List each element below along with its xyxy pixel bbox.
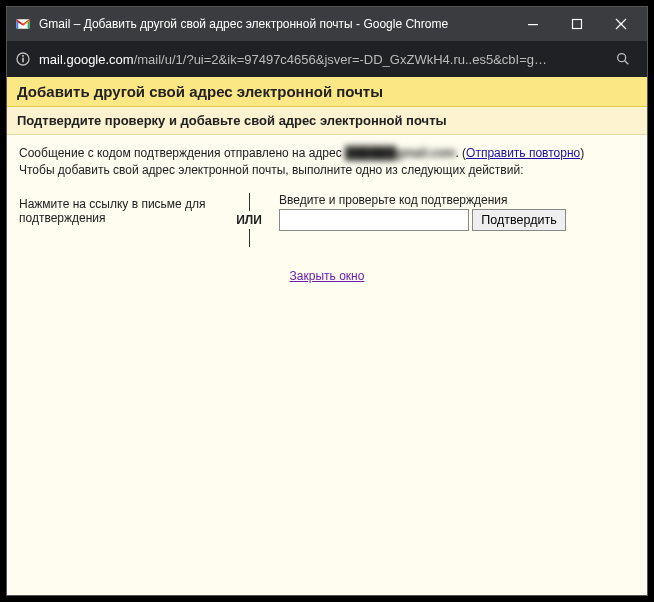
- code-input-row: Подтвердить: [279, 209, 635, 231]
- window-title: Gmail – Добавить другой свой адрес элект…: [39, 17, 511, 31]
- blurred-email: ██████gmail.com: [345, 146, 455, 160]
- svg-rect-2: [573, 20, 582, 29]
- svg-line-7: [625, 61, 629, 65]
- page-body: Сообщение с кодом подтверждения отправле…: [7, 135, 647, 595]
- msg-prefix: Сообщение с кодом подтверждения отправле…: [19, 146, 345, 160]
- close-button[interactable]: [599, 9, 643, 39]
- url-path: /mail/u/1/?ui=2&ik=97497c4656&jsver=-DD_…: [134, 52, 547, 67]
- confirmation-message: Сообщение с кодом подтверждения отправле…: [19, 145, 635, 179]
- verification-code-input[interactable]: [279, 209, 469, 231]
- chrome-window: Gmail – Добавить другой свой адрес элект…: [6, 6, 648, 596]
- options-row: Нажмите на ссылку в письме для подтвержд…: [19, 193, 635, 247]
- msg-dot: . (: [455, 146, 466, 160]
- svg-rect-4: [22, 58, 24, 63]
- page-header: Добавить другой свой адрес электронной п…: [7, 77, 647, 107]
- or-label: ИЛИ: [236, 211, 262, 229]
- svg-point-6: [618, 54, 626, 62]
- msg-close-paren: ): [580, 146, 584, 160]
- or-separator: ИЛИ: [219, 193, 279, 247]
- url-display[interactable]: mail.google.com/mail/u/1/?ui=2&ik=97497c…: [39, 52, 607, 67]
- title-bar: Gmail – Добавить другой свой адрес элект…: [7, 7, 647, 41]
- url-host: mail.google.com: [39, 52, 134, 67]
- svg-rect-1: [528, 24, 538, 25]
- left-option: Нажмите на ссылку в письме для подтвержд…: [19, 193, 219, 225]
- confirm-button[interactable]: Подтвердить: [472, 209, 565, 231]
- zoom-icon[interactable]: [607, 43, 639, 75]
- resend-link[interactable]: Отправить повторно: [466, 146, 580, 160]
- code-instruction: Введите и проверьте код подтверждения: [279, 193, 635, 207]
- close-window-link[interactable]: Закрыть окно: [290, 269, 365, 283]
- page-subheader: Подтвердите проверку и добавьте свой адр…: [7, 107, 647, 135]
- right-option: Введите и проверьте код подтверждения По…: [279, 193, 635, 231]
- minimize-button[interactable]: [511, 9, 555, 39]
- link-instruction: Нажмите на ссылку в письме для подтвержд…: [19, 197, 206, 225]
- separator-line-bottom: [249, 229, 250, 247]
- svg-rect-5: [22, 55, 24, 57]
- page-content: Добавить другой свой адрес электронной п…: [7, 77, 647, 595]
- maximize-button[interactable]: [555, 9, 599, 39]
- window-controls: [511, 9, 643, 39]
- separator-line-top: [249, 193, 250, 211]
- secure-icon: [15, 51, 31, 67]
- gmail-icon: [15, 16, 31, 32]
- msg-line2: Чтобы добавить свой адрес электронной по…: [19, 163, 523, 177]
- address-bar: mail.google.com/mail/u/1/?ui=2&ik=97497c…: [7, 41, 647, 77]
- close-row: Закрыть окно: [19, 269, 635, 283]
